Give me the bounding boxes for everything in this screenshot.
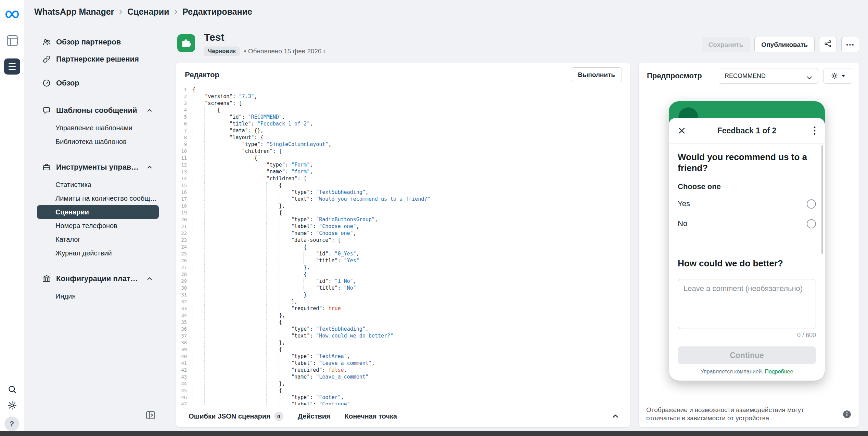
code-line[interactable]: 4 {	[176, 107, 630, 114]
code-line[interactable]: 45 {	[176, 387, 630, 394]
sidebar-section-header[interactable]: Инструменты управлен…	[37, 159, 159, 176]
code-line[interactable]: 16 "type": "TextSubheading",	[176, 189, 630, 196]
radio-option[interactable]: No	[678, 214, 816, 234]
run-button[interactable]: Выполнить	[571, 67, 622, 82]
help-icon[interactable]: ?	[4, 417, 19, 431]
publish-button[interactable]: Опубликовать	[754, 37, 815, 52]
code-line[interactable]: 26 "title": "Yes"	[176, 257, 630, 264]
menu-icon[interactable]	[4, 58, 20, 75]
code-line[interactable]: 3 "screens": [	[176, 100, 630, 107]
code-line[interactable]: 18 },	[176, 202, 630, 209]
code-line[interactable]: 22 "name": "Choose_one",	[176, 230, 630, 237]
code-line[interactable]: 13 "name": "form",	[176, 168, 630, 175]
kebab-menu-icon[interactable]	[813, 126, 816, 135]
code-line[interactable]: 41 "label": "Leave a comment",	[176, 360, 630, 367]
code-line[interactable]: 43 "name": "Leave_a_comment"	[176, 373, 630, 380]
search-icon[interactable]	[7, 384, 17, 394]
code-line[interactable]: 19 {	[176, 209, 630, 216]
sidebar-section-header[interactable]: Конфигурации платежей	[37, 270, 159, 287]
sidebar-item[interactable]: Номера телефонов	[37, 219, 159, 233]
close-icon[interactable]	[678, 127, 686, 135]
code-line[interactable]: 46 "type": "Footer",	[176, 394, 630, 401]
line-number: 41	[176, 360, 192, 367]
radio-button-icon[interactable]	[807, 219, 816, 228]
code-line[interactable]: 42 "required": false,	[176, 367, 630, 373]
editor-footer-tab[interactable]: Конечная точка	[345, 412, 397, 420]
code-line[interactable]: 30 "title": "No"	[176, 285, 630, 291]
code-line[interactable]: 34 },	[176, 312, 630, 319]
save-button[interactable]: Сохранить	[702, 37, 750, 52]
code-line[interactable]: 36 "type": "TextSubheading",	[176, 326, 630, 332]
code-line[interactable]: 10 "children": [	[176, 148, 630, 155]
code-line[interactable]: 38 },	[176, 339, 630, 346]
code-line[interactable]: 37 "text": "How could we do better?"	[176, 332, 630, 339]
breadcrumb-item[interactable]: Сценарии	[127, 7, 169, 17]
code-text: },	[192, 380, 285, 387]
code-line[interactable]: 29 "id": "1_No",	[176, 278, 630, 285]
code-line[interactable]: 15 {	[176, 182, 630, 189]
code-line[interactable]: 40 "type": "TextArea",	[176, 353, 630, 360]
code-line[interactable]: 35 {	[176, 319, 630, 326]
header-actions: Сохранить Опубликовать …	[702, 37, 859, 52]
preview-settings-dropdown[interactable]	[824, 68, 852, 84]
breadcrumb-item[interactable]: Редактирование	[182, 7, 252, 17]
editor-footer-tab[interactable]: Ошибки JSON сценария0	[189, 412, 283, 421]
scrollbar[interactable]	[821, 145, 823, 254]
radio-option[interactable]: Yes	[678, 194, 816, 214]
sidebar-item[interactable]: Журнал действий	[37, 246, 159, 260]
code-line[interactable]: 27 },	[176, 264, 630, 271]
code-line[interactable]: 6 "title": "Feedback 1 of 2",	[176, 120, 630, 127]
sidebar-item[interactable]: Каталог	[37, 233, 159, 246]
sidebar-item[interactable]: Сценарии	[37, 205, 159, 219]
sidebar-item[interactable]: Статистика	[37, 178, 159, 191]
code-line[interactable]: 2 "version": "7.3",	[176, 93, 630, 100]
comment-textarea[interactable]	[678, 279, 816, 329]
radio-button-icon[interactable]	[807, 199, 816, 209]
code-line[interactable]: 8 "layout": {	[176, 134, 630, 141]
info-icon[interactable]	[842, 410, 852, 419]
code-line[interactable]: 20 "type": "RadioButtonsGroup",	[176, 216, 630, 223]
code-line[interactable]: 14 "children": [	[176, 175, 630, 182]
sidebar-item[interactable]: Лимиты на количество сообщений	[37, 191, 159, 205]
code-line[interactable]: 12 "type": "Form",	[176, 161, 630, 168]
sidebar-item[interactable]: Обзор	[37, 75, 159, 92]
code-line[interactable]: 28 {	[176, 271, 630, 278]
code-line[interactable]: 24 {	[176, 243, 630, 250]
breadcrumb-item[interactable]: WhatsApp Manager	[34, 7, 114, 17]
section-label: Конфигурации платежей	[56, 274, 141, 283]
code-line[interactable]: 32 ],	[176, 298, 630, 305]
screen-selector-dropdown[interactable]: RECOMMEND	[719, 68, 818, 84]
editor-footer-tab[interactable]: Действия	[298, 412, 330, 420]
sidebar-item[interactable]: Партнерские решения	[37, 51, 159, 68]
learn-more-link[interactable]: Подробнее	[765, 369, 793, 374]
meta-logo-icon[interactable]	[4, 9, 20, 20]
code-line[interactable]: 21 "label": "Choose one",	[176, 223, 630, 230]
sidebar-item[interactable]: Управление шаблонами	[37, 121, 159, 135]
code-line[interactable]: 17 "text": "Would you recommend us to a …	[176, 196, 630, 202]
code-line[interactable]: 23 "data-source": [	[176, 237, 630, 243]
code-line[interactable]: 25 "id": "0_Yes",	[176, 250, 630, 257]
code-line[interactable]: 47 "label": "Continue",	[176, 401, 630, 405]
code-line[interactable]: 9 "type": "SingleColumnLayout",	[176, 141, 630, 148]
sidebar-item[interactable]: Индия	[37, 289, 159, 303]
collapse-sidebar-icon[interactable]	[145, 410, 156, 420]
code-line[interactable]: 1{	[176, 86, 630, 93]
code-line[interactable]: 31 }	[176, 291, 630, 298]
collapse-footer-icon[interactable]	[612, 412, 619, 420]
code-line[interactable]: 44 },	[176, 380, 630, 387]
code-line[interactable]: 7 "data": {},	[176, 127, 630, 134]
code-editor[interactable]: 1{2 "version": "7.3",3 "screens": [4 {5 …	[176, 84, 630, 405]
code-line[interactable]: 39 {	[176, 346, 630, 353]
more-button[interactable]: …	[841, 37, 859, 52]
continue-button[interactable]: Continue	[678, 346, 816, 364]
code-line[interactable]: 11 {	[176, 155, 630, 161]
sidebar-section-header[interactable]: Шаблоны сообщений	[37, 102, 159, 119]
code-line[interactable]: 33 "required": true	[176, 305, 630, 312]
code-line[interactable]: 5 "id": "RECOMMEND",	[176, 114, 630, 120]
share-button[interactable]	[819, 37, 837, 52]
line-number: 17	[176, 196, 192, 202]
gear-icon[interactable]	[7, 400, 17, 410]
app-window-icon[interactable]	[7, 34, 18, 48]
sidebar-item[interactable]: Библиотека шаблонов	[37, 135, 159, 148]
sidebar-item[interactable]: Обзор партнеров	[37, 34, 159, 51]
